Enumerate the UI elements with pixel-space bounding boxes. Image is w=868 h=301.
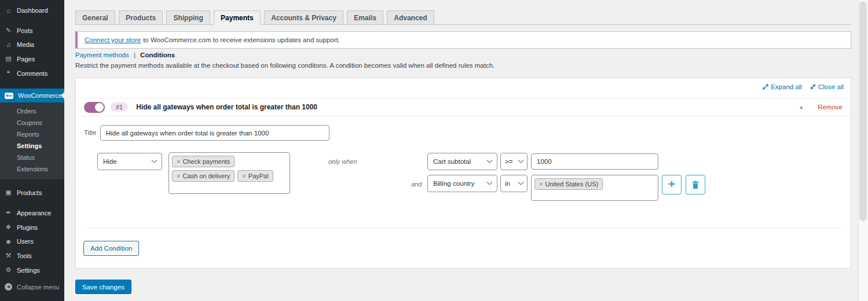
rule1-field-select[interactable]: Cart subtotal [427,153,497,170]
expand-all-link[interactable]: Expand all [763,83,802,90]
sidebar-item-label: Comments [17,70,47,77]
and-label: and [411,181,422,188]
tab-products[interactable]: Products [119,10,163,24]
submenu-item-reports[interactable]: Reports [0,129,64,140]
appearance-icon: ✒ [5,209,12,216]
sidebar-item-pages[interactable]: ▤ Pages [0,52,64,66]
close-all-label: Close all [818,83,844,90]
sidebar-item-woocommerce[interactable]: Woo WooCommerce [0,89,64,102]
sidebar-item-label: Pages [17,56,35,63]
conditions-panel: Expand all Close all #1 Hide all gateway… [75,78,851,269]
action-select[interactable]: Hide [97,153,162,170]
condition-header: #1 Hide all gateways when order total is… [76,98,851,116]
submenu-item-status[interactable]: Status [0,152,64,163]
collapse-menu-button[interactable]: ◀ Collapse menu [0,280,64,294]
tab-payments[interactable]: Payments [214,10,261,25]
sidebar-item-settings[interactable]: ⚙ Settings [0,263,64,277]
chevron-down-icon [487,179,493,185]
rule2-countries-multiselect[interactable]: ×United States (US) [531,175,658,201]
sidebar-item-label: Posts [17,27,33,34]
collapse-menu-label: Collapse menu [17,284,59,291]
menu-separator [0,17,64,23]
condition-number-badge: #1 [111,102,128,112]
comments-icon: ❝ [5,69,12,77]
sidebar-item-plugins[interactable]: ❖ Plugins [0,220,64,234]
settings-content: General Products Shipping Payments Accou… [64,0,868,301]
sidebar-item-appearance[interactable]: ✒ Appearance [0,205,64,220]
rule1-value-input[interactable] [531,153,658,170]
sidebar-item-label: Users [17,238,34,245]
remove-tag-icon[interactable]: × [539,181,543,188]
tab-accounts-privacy[interactable]: Accounts & Privacy [264,10,343,24]
gateway-tag-label: Check payments [182,158,230,165]
sidebar-item-posts[interactable]: ✎ Posts [0,23,64,38]
menu-separator [0,179,64,185]
submenu-item-settings[interactable]: Settings [0,140,64,152]
save-changes-button[interactable]: Save changes [75,280,131,294]
subnav-payment-methods-link[interactable]: Payment methods [75,52,129,58]
chevron-down-icon [518,157,524,163]
gateway-tag-label: PayPal [248,172,269,179]
country-tag-label: United States (US) [545,181,598,188]
panel-divider [83,228,843,229]
sidebar-item-dashboard[interactable]: ⌂ Dashboard [0,3,64,17]
tab-general[interactable]: General [75,10,115,24]
tab-shipping[interactable]: Shipping [166,10,210,24]
rule1-operator-value: >= [505,158,512,165]
menu-separator [0,200,64,205]
products-icon: ▣ [5,189,12,196]
payments-subnav: Payment methods | Conditions [75,52,175,58]
remove-tag-icon[interactable]: × [177,158,180,165]
rule2-operator-select[interactable]: in [500,175,528,192]
rule1-operator-select[interactable]: >= [500,153,528,170]
gateway-tag-label: Cash on delivery [182,172,230,179]
sidebar-item-users[interactable]: ☻ Users [0,234,64,248]
gateways-multiselect[interactable]: ×Check payments ×Cash on delivery ×PayPa… [169,152,290,194]
delete-rule-button[interactable] [686,175,705,194]
sidebar-item-tools[interactable]: ⚒ Tools [0,248,64,263]
country-tag: ×United States (US) [534,178,603,190]
submenu-item-orders[interactable]: Orders [0,105,64,117]
sidebar-item-comments[interactable]: ❝ Comments [0,66,64,80]
chevron-down-icon [518,179,524,185]
submenu-item-coupons[interactable]: Coupons [0,117,64,129]
scrollbar-thumb[interactable] [859,1,867,221]
woocommerce-logo-icon: Woo [5,93,13,99]
collapse-arrow-icon: ◀ [5,283,12,291]
trash-icon [691,181,699,189]
rule2-field-select[interactable]: Billing country [427,175,497,192]
connect-store-notice: Connect your store to WooCommerce.com to… [75,31,851,49]
settings-gear-icon: ⚙ [5,266,12,274]
connect-store-link[interactable]: Connect your store [85,36,141,43]
sidebar-item-label: Settings [17,267,40,274]
remove-condition-link[interactable]: Remove [818,104,843,111]
sidebar-item-label: Products [17,189,42,196]
gateway-tag: ×PayPal [237,170,273,182]
tab-advanced[interactable]: Advanced [387,10,434,24]
condition-title-input[interactable] [100,125,329,141]
remove-tag-icon[interactable]: × [242,172,246,179]
expand-icon [763,84,768,90]
sidebar-item-products[interactable]: ▣ Products [0,185,64,200]
expand-all-label: Expand all [771,83,802,90]
dashboard-icon: ⌂ [5,7,12,14]
submenu-item-extensions[interactable]: Extensions [0,163,64,175]
settings-tabs: General Products Shipping Payments Accou… [75,10,851,25]
collapse-icon [810,84,816,90]
subnav-conditions-current: Conditions [140,52,175,58]
remove-tag-icon[interactable]: × [177,172,180,179]
scrollbar[interactable] [858,0,868,301]
collapse-condition-icon[interactable]: ▲ [799,104,804,110]
conditions-description: Restrict the payment methods available a… [75,62,495,69]
plugins-icon: ❖ [5,223,12,231]
chevron-down-icon [152,157,158,163]
close-all-link[interactable]: Close all [810,83,844,90]
sidebar-item-media[interactable]: ♫ Media [0,38,64,52]
tab-emails[interactable]: Emails [347,10,383,24]
add-condition-button[interactable]: Add Condition [83,241,139,256]
condition-enabled-toggle[interactable] [84,102,105,113]
action-select-value: Hide [103,158,117,165]
sidebar-item-label: Tools [17,252,32,259]
users-icon: ☻ [5,238,12,245]
add-rule-button[interactable]: + [662,175,682,194]
